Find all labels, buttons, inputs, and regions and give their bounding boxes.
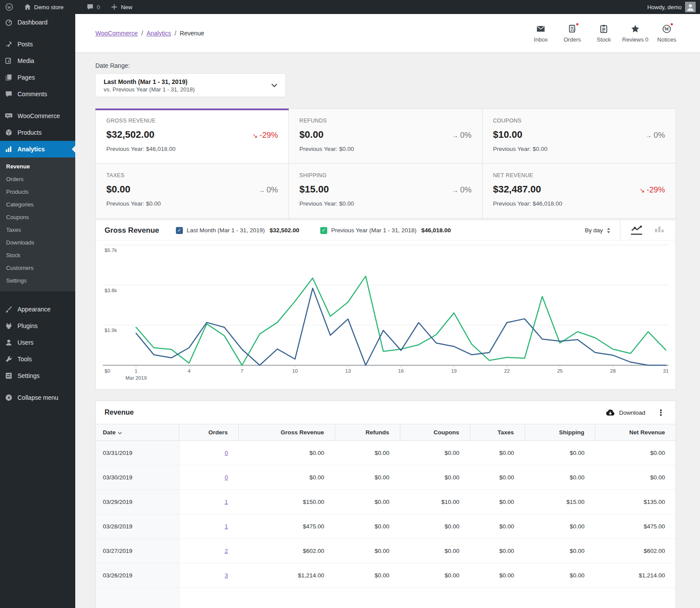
cell-orders: 0 — [179, 441, 238, 465]
column-header-gross-revenue[interactable]: Gross Revenue — [238, 424, 335, 441]
column-header-date[interactable]: Date — [96, 424, 179, 441]
sidebar-subitem-categories[interactable]: Categories — [0, 198, 75, 211]
cell-date: 03/31/2019 — [96, 441, 179, 465]
interval-select[interactable]: By day — [585, 227, 620, 234]
sidebar-item-products[interactable]: Products — [0, 124, 75, 141]
comment-bubble-icon — [86, 3, 94, 11]
summary-card-net-revenue[interactable]: NET REVENUE$32,487.00↘-29%Previous Year:… — [483, 164, 676, 219]
pages-icon — [4, 73, 13, 82]
sidebar-item-users[interactable]: Users — [0, 334, 75, 351]
orders-count-link[interactable]: 2 — [224, 548, 228, 554]
wp-logo-menu[interactable]: W — [0, 0, 18, 14]
breadcrumb-woocommerce[interactable]: WooCommerce — [95, 30, 138, 37]
unread-badge — [670, 22, 674, 26]
sidebar-item-media[interactable]: Media — [0, 52, 75, 69]
cell-gross-revenue: $1,214.00 — [238, 563, 335, 588]
cell-coupons: $0.00 — [400, 441, 470, 465]
column-header-taxes[interactable]: Taxes — [470, 424, 525, 441]
orders-count-link[interactable]: 0 — [224, 474, 228, 481]
orders-count-link[interactable]: 0 — [224, 450, 228, 456]
bar-chart-toggle[interactable] — [654, 226, 665, 235]
site-link[interactable]: Demo store — [18, 0, 69, 14]
sidebar-subitem-revenue[interactable]: Revenue — [0, 160, 75, 173]
cell-taxes: $0.00 — [470, 465, 525, 490]
summary-card-gross-revenue[interactable]: GROSS REVENUE$32,502.00↘-29%Previous Yea… — [95, 108, 289, 164]
chart-legend: ✓Last Month (Mar 1 - 31, 2019)$32,502.00… — [176, 227, 451, 234]
sidebar-item-posts[interactable]: Posts — [0, 36, 75, 52]
dashboard-icon — [4, 18, 13, 27]
cell-coupons: $0.00 — [400, 563, 470, 588]
comments-shortcut[interactable]: 0 — [81, 0, 105, 14]
table-row: 03/27/20192$602.00$0.00$0.00$0.00$0.00$6… — [96, 539, 676, 563]
activity-button-orders[interactable]: Orders — [556, 24, 588, 43]
activity-button-notices[interactable]: WNotices — [651, 24, 682, 43]
sidebar-subitem-downloads[interactable]: Downloads — [0, 236, 75, 249]
sidebar-item-comments[interactable]: Comments — [0, 86, 75, 102]
card-label: SHIPPING — [299, 172, 471, 178]
sidebar-subitem-customers[interactable]: Customers — [0, 262, 75, 274]
sidebar-item-collapse-menu[interactable]: Collapse menu — [0, 389, 75, 406]
avatar[interactable] — [685, 2, 696, 12]
revenue-chart-card: Gross Revenue ✓Last Month (Mar 1 - 31, 2… — [95, 220, 676, 390]
sidebar-subitem-taxes[interactable]: Taxes — [0, 224, 75, 236]
legend-value: $46,018.00 — [421, 227, 451, 234]
activity-button-reviews-0[interactable]: Reviews 0 — [620, 24, 651, 43]
date-range-select[interactable]: Last Month (Mar 1 - 31, 2019) vs. Previo… — [95, 73, 286, 97]
orders-count-link[interactable]: 1 — [224, 499, 228, 505]
sidebar-subitem-settings[interactable]: Settings — [0, 274, 75, 287]
chart-plot-area[interactable]: $0$1.9k$3.8k$5.7k1471013161922252831Mar … — [96, 241, 676, 389]
legend-label: Previous Year (Mar 1 - 31, 2018) — [331, 227, 416, 234]
table-row: 03/30/20190$0.00$0.00$0.00$0.00$0.00$0.0… — [96, 465, 676, 490]
svg-text:10: 10 — [292, 368, 298, 374]
sidebar-item-tools[interactable]: Tools — [0, 351, 75, 367]
sidebar-item-dashboard[interactable]: Dashboard — [0, 14, 75, 31]
column-header-shipping[interactable]: Shipping — [525, 424, 595, 441]
column-header-orders[interactable]: Orders — [179, 424, 238, 441]
sidebar-item-pages[interactable]: Pages — [0, 69, 75, 86]
table-row: 03/31/20190$0.00$0.00$0.00$0.00$0.00$0.0… — [96, 441, 676, 465]
notices-icon: W — [662, 24, 672, 34]
sidebar-item-woocommerce[interactable]: WooWooCommerce — [0, 108, 75, 124]
activity-button-stock[interactable]: Stock — [588, 24, 620, 43]
legend-value: $32,502.00 — [270, 227, 299, 234]
howdy-text[interactable]: Howdy, demo — [647, 4, 682, 10]
checkbox-checked-icon[interactable]: ✓ — [320, 227, 327, 234]
breadcrumb-separator: / — [175, 30, 176, 37]
orders-count-link[interactable]: 3 — [224, 572, 228, 579]
sidebar-subitem-stock[interactable]: Stock — [0, 249, 75, 262]
summary-card-shipping[interactable]: SHIPPING$15.00→0%Previous Year: $0.00 — [289, 164, 482, 219]
legend-item-last-month-mar-1-31-2019[interactable]: ✓Last Month (Mar 1 - 31, 2019)$32,502.00 — [176, 227, 299, 234]
column-header-refunds[interactable]: Refunds — [335, 424, 400, 441]
cell-gross-revenue: $0.00 — [238, 465, 335, 490]
checkbox-checked-icon[interactable]: ✓ — [176, 227, 183, 234]
cell-shipping: $0.00 — [525, 514, 595, 539]
download-button[interactable]: Download — [606, 409, 645, 416]
activity-button-inbox[interactable]: Inbox — [525, 24, 556, 43]
sidebar-item-analytics[interactable]: Analytics — [0, 141, 75, 157]
summary-card-refunds[interactable]: REFUNDS$0.00→0%Previous Year: $0.00 — [289, 108, 482, 164]
sidebar-subitem-coupons[interactable]: Coupons — [0, 211, 75, 224]
cell-shipping: $0.00 — [525, 539, 595, 563]
line-chart-toggle[interactable] — [631, 226, 642, 235]
breadcrumb-separator: / — [141, 30, 143, 37]
cell-refunds: $0.00 — [335, 514, 400, 539]
cell-coupons: $0.00 — [400, 539, 470, 563]
sidebar-item-settings[interactable]: Settings — [0, 367, 75, 384]
new-content-button[interactable]: New — [105, 0, 137, 14]
sidebar-item-appearance[interactable]: Appearance — [0, 301, 75, 318]
column-header-net-revenue[interactable]: Net Revenue — [595, 424, 676, 441]
trend-flat-arrow-icon: → — [452, 132, 458, 139]
legend-item-previous-year-mar-1-31-2018[interactable]: ✓Previous Year (Mar 1 - 31, 2018)$46,018… — [320, 227, 451, 234]
breadcrumb-analytics[interactable]: Analytics — [147, 30, 171, 37]
activity-label: Notices — [657, 36, 676, 43]
sidebar-subitem-orders[interactable]: Orders — [0, 173, 75, 185]
column-header-coupons[interactable]: Coupons — [400, 424, 470, 441]
kebab-menu-icon[interactable]: ⋮ — [655, 409, 667, 417]
card-value: $32,502.00 — [106, 129, 154, 140]
card-previous: Previous Year: $0.00 — [299, 200, 471, 207]
sidebar-subitem-products[interactable]: Products — [0, 185, 75, 198]
summary-card-coupons[interactable]: COUPONS$10.00→0%Previous Year: $0.00 — [483, 108, 676, 164]
sidebar-item-plugins[interactable]: Plugins — [0, 318, 75, 334]
orders-count-link[interactable]: 1 — [224, 523, 228, 530]
summary-card-taxes[interactable]: TAXES$0.00→0%Previous Year: $0.00 — [95, 164, 289, 219]
